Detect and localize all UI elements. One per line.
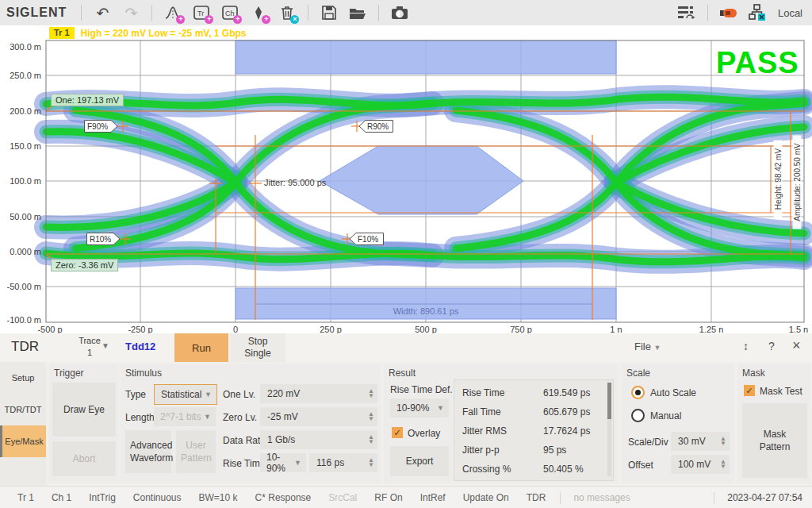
data-rate-stepper[interactable]: ▲▼ (368, 435, 374, 444)
status-datetime: 2023-04-27 07:54 (727, 492, 802, 503)
stop-single-button[interactable]: Stop Single (230, 333, 285, 362)
one-level-value: 220 mV (260, 388, 368, 399)
manual-radio[interactable] (631, 409, 645, 422)
help-button[interactable]: ? (768, 340, 775, 352)
status-items: Tr 1Ch 1IntTrigContinuousBW=10 kC* Respo… (0, 492, 546, 503)
svg-text:Tr: Tr (197, 10, 204, 17)
result-value: 605.679 ps (543, 406, 590, 418)
status-item-tdr: TDR (527, 492, 546, 503)
result-value: 95 ps (543, 444, 566, 456)
trace-badge: Tr 1 (49, 27, 75, 39)
file-menu[interactable]: File ▼ (634, 341, 661, 352)
data-rate-field[interactable]: 1 Gb/s ▲▼ (260, 430, 377, 449)
result-row: Jitter RMS17.7624 ps (454, 421, 613, 441)
data-rate-label: Data Rate (223, 435, 266, 446)
add-channel-button[interactable]: Ch + (220, 2, 240, 23)
resize-panel-button[interactable]: ↕ (743, 340, 749, 352)
one-level-stepper[interactable]: ▲▼ (368, 389, 374, 398)
result-scrollbar[interactable] (607, 383, 611, 476)
scale-div-stepper[interactable]: ▲▼ (720, 437, 726, 446)
tab-tdr-tdt[interactable]: TDR/TDT (0, 394, 46, 425)
rise-time-stepper[interactable]: ▲▼ (368, 458, 374, 468)
offset-field[interactable]: 100 mV ▲▼ (671, 455, 730, 474)
scale-div-value: 30 mV (671, 436, 720, 447)
siglent-app: SIGLENT ↶ ↷ + Tr + Ch + + (0, 0, 812, 508)
delete-button[interactable]: × (277, 2, 297, 23)
add-waveform-button[interactable]: + (163, 2, 183, 23)
offset-label: Offset (628, 460, 653, 471)
y-axis-tick: 0.000 m (0, 247, 41, 256)
result-group-title: Result (389, 368, 416, 379)
open-file-button[interactable] (347, 2, 368, 23)
manual-label: Manual (650, 410, 681, 421)
redo-icon: ↷ (124, 6, 137, 21)
type-dropdown[interactable]: Statistical ▼ (154, 384, 217, 405)
stimulus-group: Stimulus Type Statistical ▼ One Lv. 220 … (121, 364, 381, 483)
zero-level-value: -25 mV (260, 411, 368, 422)
length-dropdown[interactable]: 2^7-1 bits ▼ (154, 407, 216, 426)
export-button[interactable]: Export (390, 446, 449, 476)
undo-button[interactable]: ↶ (92, 2, 113, 23)
chevron-down-icon: ▼ (294, 459, 301, 467)
mask-pattern-button[interactable]: Mask Pattern (742, 403, 807, 478)
rise-def-dropdown[interactable]: 10-90% ▼ (260, 453, 306, 472)
network-icon (748, 3, 767, 22)
auto-scale-radio[interactable] (631, 386, 645, 399)
status-item-intref: IntRef (420, 492, 446, 503)
status-item-srccal: SrcCal (328, 492, 357, 503)
advanced-waveform-button[interactable]: Advanced Waveform (125, 430, 171, 473)
amplitude-label: Amplitude: 200.50 mV (793, 136, 802, 229)
redo-button[interactable]: ↷ (121, 2, 141, 23)
svg-text:F10%: F10% (358, 235, 378, 244)
tab-eye-mask[interactable]: Eye/Mask (0, 425, 46, 457)
status-item-bw-10-k: BW=10 k (199, 492, 238, 503)
one-level-label: One: 197.13 mV (51, 94, 124, 106)
offset-stepper[interactable]: ▲▼ (720, 460, 726, 469)
screenshot-button[interactable] (389, 2, 410, 23)
top-toolbar: SIGLENT ↶ ↷ + Tr + Ch + + (0, 0, 812, 25)
task-queue-button[interactable] (676, 2, 697, 23)
tdr-panel: TDR Trace 1 ▼ Tdd12 Run Stop Single File… (0, 333, 812, 486)
mask-test-checkbox[interactable]: ✓ (744, 385, 755, 396)
overlay-checkbox[interactable]: ✓ (392, 427, 403, 438)
result-list[interactable]: Rise Time619.549 psFall Time605.679 psJi… (454, 379, 614, 481)
data-rate-value: 1 Gb/s (260, 434, 368, 445)
rise-time-def-dropdown[interactable]: 10-90% ▼ (390, 398, 449, 418)
stimulus-group-title: Stimulus (125, 368, 162, 379)
scale-group: Scale Auto Scale Manual Scale/Div 30 mV … (622, 364, 734, 483)
scale-div-field[interactable]: 30 mV ▲▼ (671, 432, 730, 451)
svg-text:R10%: R10% (90, 235, 111, 244)
rise-time-def-value: 10-90% (390, 402, 437, 414)
local-remote-label[interactable]: Local (778, 7, 802, 19)
trace-name[interactable]: Tdd12 (125, 341, 155, 352)
width-label: Width: 890.61 ps (362, 306, 489, 316)
close-panel-button[interactable]: × (792, 337, 801, 354)
panel-title: TDR (11, 339, 39, 355)
y-axis-tick: 200.0 m (0, 106, 41, 116)
one-level-field[interactable]: 220 mV ▲▼ (260, 384, 377, 403)
status-bar: Tr 1Ch 1IntTrigContinuousBW=10 kC* Respo… (0, 486, 812, 508)
draw-eye-button[interactable]: Draw Eye (52, 383, 116, 437)
run-button[interactable]: Run (174, 333, 228, 362)
result-row: Crossing %50.405 % (454, 460, 613, 479)
usb-status-button[interactable] (718, 2, 739, 23)
trigger-group: Trigger Draw Eye Abort (49, 364, 119, 483)
result-name: Crossing % (454, 464, 543, 475)
scrollbar-thumb[interactable] (607, 383, 611, 419)
plus-badge: + (233, 15, 242, 24)
mask-hexagon (320, 146, 523, 214)
user-pattern-button[interactable]: User Pattern (176, 430, 216, 473)
abort-button[interactable]: Abort (52, 441, 116, 476)
zero-level-field[interactable]: -25 mV ▲▼ (260, 407, 377, 426)
overlay-label: Overlay (408, 428, 440, 439)
status-item-update-on: Update On (463, 492, 509, 503)
add-marker-button[interactable]: + (248, 2, 269, 23)
eye-diagram-canvas (0, 25, 812, 333)
zero-level-stepper[interactable]: ▲▼ (368, 412, 374, 421)
save-button[interactable] (319, 2, 339, 23)
add-trace-button[interactable]: Tr + (191, 2, 212, 23)
rise-time-field[interactable]: 116 ps ▲▼ (309, 453, 377, 472)
rise-time-def-label: Rise Time Def. (390, 384, 453, 395)
network-status-button[interactable] (747, 2, 768, 23)
tab-setup[interactable]: Setup (0, 362, 46, 394)
